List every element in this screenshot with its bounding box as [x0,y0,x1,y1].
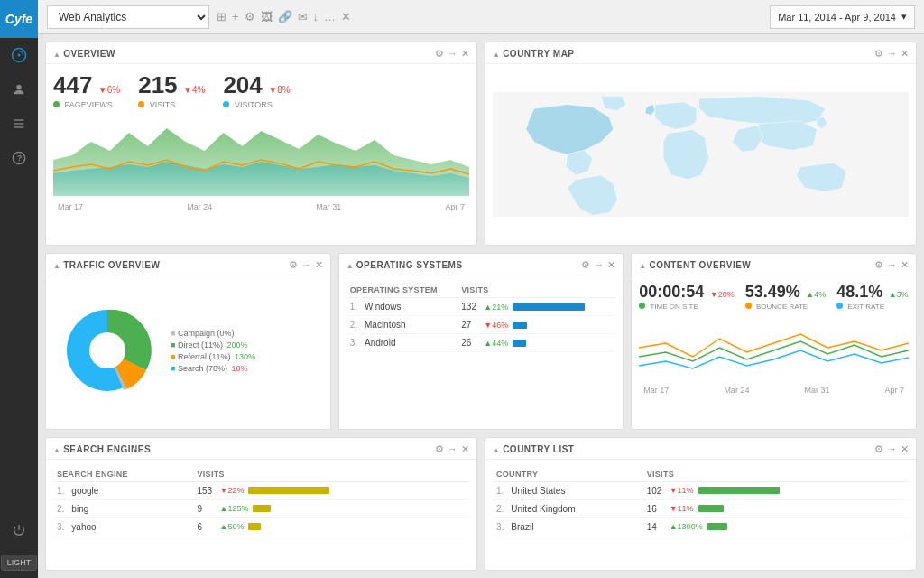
overview-settings-icon[interactable]: ⚙ [435,48,444,60]
sidebar-item-help[interactable]: ? [0,141,38,175]
content-overview-widget: CONTENT OVERVIEW ⚙ → ✕ 00:00:54 ▼20% [631,253,917,429]
cl-settings-icon[interactable]: ⚙ [874,443,883,455]
link-icon[interactable]: 🔗 [278,10,292,23]
sidebar-item-power[interactable] [0,513,38,547]
os-name: Macintosh [361,316,457,334]
svg-text:?: ? [17,154,22,163]
overview-chart-labels: Mar 17 Mar 24 Mar 31 Apr 7 [53,202,469,211]
sidebar: Cyfe ? LIGHT [0,0,38,578]
se-close-icon[interactable]: ✕ [461,443,469,455]
exit-rate-change: ▲3% [889,290,909,299]
se-expand-icon[interactable]: → [448,443,457,455]
country-list-controls: ⚙ → ✕ [874,443,909,455]
se-visits: 9 ▲125% [194,499,470,517]
content-overview-header: CONTENT OVERVIEW ⚙ → ✕ [632,254,916,275]
se-visits: 6 ▲50% [194,517,470,536]
time-on-site-change: ▼20% [710,290,735,299]
search-engines-body: SEARCH ENGINE VISITS 1. google 153 ▼22% … [46,460,476,570]
overview-header: OVERVIEW ⚙ → ✕ [46,42,476,64]
os-close-icon[interactable]: ✕ [607,259,615,271]
exit-rate-label: EXIT RATE [836,303,908,311]
country-list-body: COUNTRY VISITS 1. United States 102 ▼11%… [485,460,916,570]
country-map-controls: ⚙ → ✕ [874,48,909,60]
traffic-settings-icon[interactable]: ⚙ [289,259,298,271]
visitors-change: ▼8% [268,85,290,95]
topbar: Web Analytics ⊞ + ⚙ 🖼 🔗 ✉ ↓ … ✕ Mar 11, … [38,0,924,34]
overview-body: 447 ▼6% PAGEVIEWS 215 ▼4% [46,64,476,245]
message-icon[interactable]: ✉ [298,10,308,23]
os-table: OPERATING SYSTEM VISITS 1. Windows 132 ▲… [346,283,616,352]
pageviews-label: PAGEVIEWS [53,100,120,109]
cl-col2: VISITS [643,467,909,482]
overview-close-icon[interactable]: ✕ [461,48,469,60]
traffic-expand-icon[interactable]: → [301,259,311,271]
world-map [493,71,909,238]
country-map-header: COUNTRY MAP ⚙ → ✕ [485,42,916,64]
cl-close-icon[interactable]: ✕ [901,443,909,455]
os-name: Android [361,334,457,352]
visits-label: VISITS [138,100,205,109]
sidebar-item-tools[interactable] [0,107,38,141]
traffic-pie-chart [53,296,162,408]
traffic-legend: ■ Campaign (0%) ■ Direct (11%) 200% ■ Re… [171,329,323,376]
se-name: google [68,481,193,499]
traffic-close-icon[interactable]: ✕ [315,259,323,271]
sidebar-item-user[interactable] [0,72,38,107]
os-header: OPERATING SYSTEMS ⚙ → ✕ [339,254,624,275]
theme-toggle[interactable]: LIGHT [1,555,38,571]
se-settings-icon[interactable]: ⚙ [435,443,444,455]
os-name: Windows [361,298,457,316]
cl-expand-icon[interactable]: → [887,443,897,455]
content-settings-icon[interactable]: ⚙ [874,259,883,271]
date-range-text: Mar 11, 2014 - Apr 9, 2014 [778,12,896,23]
table-row: 2. Macintosh 27 ▼46% [346,316,616,334]
date-range-chevron: ▾ [901,11,907,23]
overview-chart: Mar 17 Mar 24 Mar 31 Apr 7 [53,115,469,211]
svg-point-10 [89,332,125,368]
se-col1: SEARCH ENGINE [53,467,194,482]
table-row: 1. United States 102 ▼11% [493,481,909,499]
map-settings-icon[interactable]: ⚙ [874,48,883,60]
traffic-campaign: ■ Campaign (0%) [171,329,323,338]
table-row: 3. Android 26 ▲44% [346,334,616,352]
add-icon[interactable]: + [232,10,239,23]
os-settings-icon[interactable]: ⚙ [581,259,590,271]
download-icon[interactable]: ↓ [313,10,319,23]
stat-pageviews: 447 ▼6% PAGEVIEWS [53,71,120,109]
map-close-icon[interactable]: ✕ [901,48,909,60]
row-num: 2. [493,499,507,517]
traffic-direct: ■ Direct (11%) 200% [171,340,323,350]
country-list-table: COUNTRY VISITS 1. United States 102 ▼11%… [493,467,909,536]
svg-point-2 [16,85,21,89]
overview-expand-icon[interactable]: → [448,48,457,60]
content-stat-bounce: 53.49% ▲4% BOUNCE RATE [745,283,826,311]
content-stat-time: 00:00:54 ▼20% TIME ON SITE [639,283,734,311]
more-icon[interactable]: … [324,10,336,23]
pageviews-change: ▼6% [98,85,120,95]
traffic-search: ■ Search (78%) 18% [171,364,323,373]
stat-visits: 215 ▼4% VISITS [138,71,205,109]
content-close-icon[interactable]: ✕ [901,259,909,271]
stat-visitors: 204 ▼8% VISITORS [223,71,290,109]
content-stat-exit: 48.1% ▲3% EXIT RATE [836,283,908,311]
image-icon[interactable]: 🖼 [261,10,273,23]
map-expand-icon[interactable]: → [887,48,897,60]
row-num: 2. [53,499,68,517]
country-name: Brazil [507,517,642,536]
app-logo[interactable]: Cyfe [0,0,38,38]
dashboard-grid: OVERVIEW ⚙ → ✕ 447 ▼6% [38,34,924,578]
date-range-picker[interactable]: Mar 11, 2014 - Apr 9, 2014 ▾ [770,5,915,29]
visitors-value: 204 [223,71,262,98]
os-col1: OPERATING SYSTEM [346,283,458,298]
dashboard-selector[interactable]: Web Analytics [47,5,209,29]
os-controls: ⚙ → ✕ [581,259,615,271]
sidebar-item-dashboard[interactable] [0,38,38,72]
content-expand-icon[interactable]: → [887,259,897,271]
close-icon[interactable]: ✕ [341,10,351,23]
grid-icon[interactable]: ⊞ [217,10,226,23]
row-num: 1. [346,298,361,316]
os-expand-icon[interactable]: → [594,259,604,271]
settings-icon[interactable]: ⚙ [245,10,255,23]
overview-widget: OVERVIEW ⚙ → ✕ 447 ▼6% [45,42,477,246]
country-visits: 102 ▼11% [643,481,909,499]
